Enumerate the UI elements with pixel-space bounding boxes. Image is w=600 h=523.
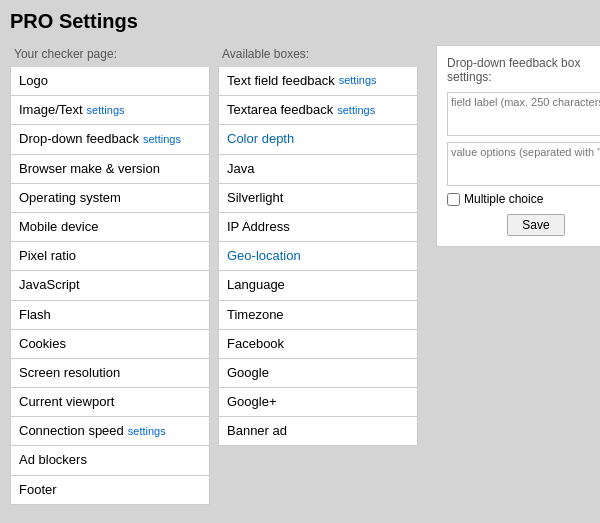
field-label-textarea[interactable] <box>447 92 600 136</box>
text-field-feedback-settings-link[interactable]: settings <box>339 73 377 88</box>
list-item: Google+ <box>218 388 418 417</box>
save-button[interactable]: Save <box>507 214 564 236</box>
list-item: Current viewport <box>10 388 210 417</box>
list-item: Banner ad <box>218 417 418 446</box>
textarea-feedback-settings-link[interactable]: settings <box>337 103 375 118</box>
list-item: Mobile device <box>10 213 210 242</box>
item-label: Screen resolution <box>19 364 120 382</box>
list-item: Textarea feedback settings <box>218 96 418 125</box>
item-label: Geo-location <box>227 247 301 265</box>
item-label: Connection speed <box>19 422 124 440</box>
list-item: Language <box>218 271 418 300</box>
list-item: Color depth <box>218 125 418 154</box>
list-item: Timezone <box>218 301 418 330</box>
multiple-choice-row: Multiple choice <box>447 192 600 206</box>
list-item: Geo-location <box>218 242 418 271</box>
list-item: Ad blockers <box>10 446 210 475</box>
item-label: Browser make & version <box>19 160 160 178</box>
list-item: Operating system <box>10 184 210 213</box>
list-item: Screen resolution <box>10 359 210 388</box>
feedback-panel-title: Drop-down feedback box settings: <box>447 56 600 84</box>
item-label: Google+ <box>227 393 277 411</box>
list-item: IP Address <box>218 213 418 242</box>
list-item: Google <box>218 359 418 388</box>
list-item: Cookies <box>10 330 210 359</box>
item-label: Text field feedback <box>227 72 335 90</box>
item-label: Cookies <box>19 335 66 353</box>
item-label: Ad blockers <box>19 451 87 469</box>
multiple-choice-label: Multiple choice <box>464 192 543 206</box>
item-label: Silverlight <box>227 189 283 207</box>
col2-header: Available boxes: <box>218 45 418 63</box>
list-item: JavaScript <box>10 271 210 300</box>
dropdown-feedback-settings-link[interactable]: settings <box>143 132 181 147</box>
item-label: Language <box>227 276 285 294</box>
list-item: Browser make & version <box>10 155 210 184</box>
item-label: Flash <box>19 306 51 324</box>
list-item: Image/Text settings <box>10 96 210 125</box>
list-item: Facebook <box>218 330 418 359</box>
list-item: Silverlight <box>218 184 418 213</box>
item-label: Google <box>227 364 269 382</box>
item-label: Mobile device <box>19 218 99 236</box>
list-item: Footer <box>10 476 210 505</box>
item-label: Facebook <box>227 335 284 353</box>
multiple-choice-checkbox[interactable] <box>447 193 460 206</box>
main-layout: Your checker page: Logo Image/Text setti… <box>10 45 590 505</box>
list-item: Pixel ratio <box>10 242 210 271</box>
item-label: Color depth <box>227 130 294 148</box>
item-label: Java <box>227 160 254 178</box>
checker-page-column: Your checker page: Logo Image/Text setti… <box>10 45 210 505</box>
item-label: Operating system <box>19 189 121 207</box>
connection-speed-settings-link[interactable]: settings <box>128 424 166 439</box>
item-label: IP Address <box>227 218 290 236</box>
item-label: Image/Text <box>19 101 83 119</box>
list-item: Drop-down feedback settings <box>10 125 210 154</box>
value-options-textarea[interactable] <box>447 142 600 186</box>
list-item: Flash <box>10 301 210 330</box>
image-text-settings-link[interactable]: settings <box>87 103 125 118</box>
item-label: Pixel ratio <box>19 247 76 265</box>
feedback-panel: Drop-down feedback box settings: Multipl… <box>436 45 600 247</box>
item-label: Current viewport <box>19 393 114 411</box>
list-item: Java <box>218 155 418 184</box>
item-label: Logo <box>19 72 48 90</box>
item-label: Footer <box>19 481 57 499</box>
page-title: PRO Settings <box>10 10 590 33</box>
list-item: Logo <box>10 67 210 96</box>
item-label: Textarea feedback <box>227 101 333 119</box>
list-item: Connection speed settings <box>10 417 210 446</box>
item-label: Banner ad <box>227 422 287 440</box>
item-label: Timezone <box>227 306 284 324</box>
col1-header: Your checker page: <box>10 45 210 63</box>
list-item: Text field feedback settings <box>218 67 418 96</box>
available-boxes-column: Available boxes: Text field feedback set… <box>218 45 418 446</box>
item-label: JavaScript <box>19 276 80 294</box>
item-label: Drop-down feedback <box>19 130 139 148</box>
